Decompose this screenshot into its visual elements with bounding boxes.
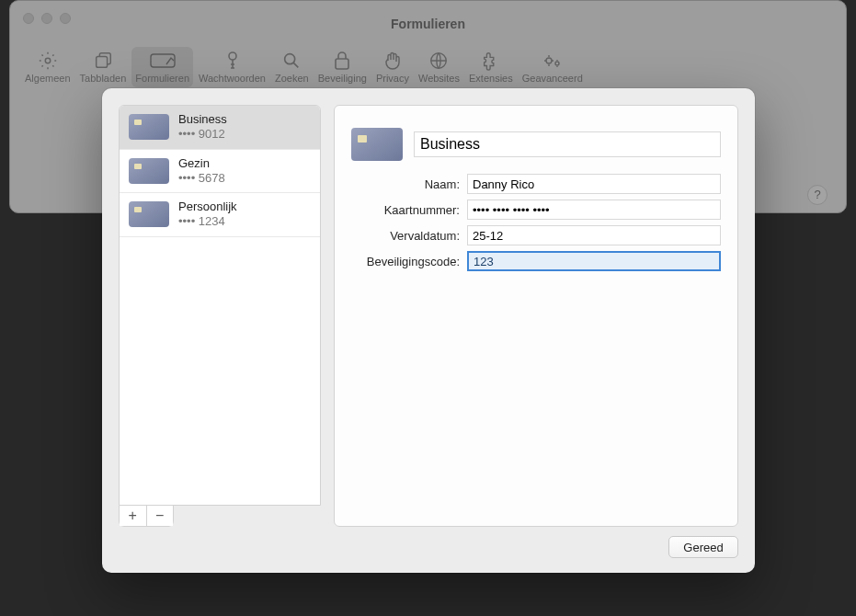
gear-icon bbox=[38, 51, 58, 71]
svg-rect-2 bbox=[151, 54, 175, 67]
card-list-item[interactable]: Gezin •••• 5678 bbox=[120, 150, 320, 194]
autofill-icon bbox=[150, 51, 176, 71]
toolbar-item-forms[interactable]: Formulieren bbox=[131, 47, 193, 87]
puzzle-icon bbox=[481, 51, 501, 71]
credit-card-icon bbox=[351, 128, 403, 161]
toolbar-item-passwords[interactable]: Wachtwoorden bbox=[195, 47, 269, 87]
cards-sheet: Business •••• 9012 Gezin •••• 5678 Perso… bbox=[102, 88, 755, 573]
close-window-button[interactable] bbox=[23, 13, 34, 24]
expiry-label: Vervaldatum: bbox=[351, 229, 460, 243]
hand-icon bbox=[383, 51, 402, 71]
credit-card-icon bbox=[129, 114, 169, 140]
card-description-input[interactable] bbox=[414, 131, 721, 157]
search-icon bbox=[281, 51, 302, 71]
gears-icon bbox=[542, 51, 564, 71]
remove-card-button[interactable]: − bbox=[147, 506, 174, 526]
expiry-input[interactable] bbox=[467, 225, 721, 245]
toolbar-item-security[interactable]: Beveiliging bbox=[314, 47, 371, 87]
minimize-window-button[interactable] bbox=[41, 13, 52, 24]
card-last-digits: •••• 1234 bbox=[178, 214, 237, 229]
name-label: Naam: bbox=[351, 177, 460, 191]
credit-card-icon bbox=[129, 201, 169, 227]
card-list-item[interactable]: Persoonlijk •••• 1234 bbox=[120, 193, 320, 237]
svg-rect-1 bbox=[97, 56, 108, 67]
lock-icon bbox=[333, 51, 351, 71]
help-button[interactable]: ? bbox=[807, 185, 827, 205]
add-card-button[interactable]: + bbox=[120, 506, 147, 526]
toolbar-item-extensions[interactable]: Extensies bbox=[465, 47, 517, 87]
window-controls bbox=[23, 13, 71, 24]
tabs-icon bbox=[93, 51, 113, 71]
card-name: Gezin bbox=[178, 156, 225, 171]
globe-icon bbox=[428, 51, 449, 71]
cardholder-name-input[interactable] bbox=[467, 174, 721, 194]
toolbar-item-websites[interactable]: Websites bbox=[415, 47, 463, 87]
toolbar-item-search[interactable]: Zoeken bbox=[271, 47, 313, 87]
sheet-footer: Gereed bbox=[119, 527, 738, 558]
card-last-digits: •••• 5678 bbox=[178, 171, 225, 186]
card-number-input[interactable] bbox=[467, 200, 721, 220]
key-icon bbox=[223, 51, 242, 71]
svg-point-0 bbox=[45, 58, 51, 63]
cards-sidebar: Business •••• 9012 Gezin •••• 5678 Perso… bbox=[119, 105, 321, 527]
security-code-input[interactable] bbox=[467, 251, 721, 271]
card-name: Persoonlijk bbox=[178, 200, 237, 214]
zoom-window-button[interactable] bbox=[60, 13, 71, 24]
credit-card-icon bbox=[129, 158, 169, 184]
card-detail-panel: Naam: Kaartnummer: Vervaldatum: Beveilig… bbox=[334, 105, 738, 527]
toolbar-item-advanced[interactable]: Geavanceerd bbox=[519, 47, 587, 87]
toolbar-item-general[interactable]: Algemeen bbox=[21, 47, 74, 87]
toolbar-item-privacy[interactable]: Privacy bbox=[372, 47, 413, 87]
svg-rect-5 bbox=[336, 59, 348, 69]
card-list-item[interactable]: Business •••• 9012 bbox=[120, 106, 320, 150]
card-last-digits: •••• 9012 bbox=[178, 127, 227, 142]
securitycode-label: Beveiligingscode: bbox=[351, 255, 460, 268]
cards-list: Business •••• 9012 Gezin •••• 5678 Perso… bbox=[119, 105, 321, 506]
done-button[interactable]: Gereed bbox=[668, 536, 738, 558]
number-label: Kaartnummer: bbox=[351, 203, 460, 217]
titlebar: Formulieren bbox=[10, 1, 846, 47]
svg-point-7 bbox=[546, 58, 552, 63]
svg-point-3 bbox=[229, 52, 236, 60]
toolbar-item-tabs[interactable]: Tabbladen bbox=[76, 47, 131, 87]
add-remove-bar: + − bbox=[119, 506, 174, 527]
card-name: Business bbox=[178, 112, 227, 127]
window-title: Formulieren bbox=[10, 17, 846, 31]
svg-point-4 bbox=[285, 54, 295, 64]
svg-point-8 bbox=[555, 62, 559, 65]
